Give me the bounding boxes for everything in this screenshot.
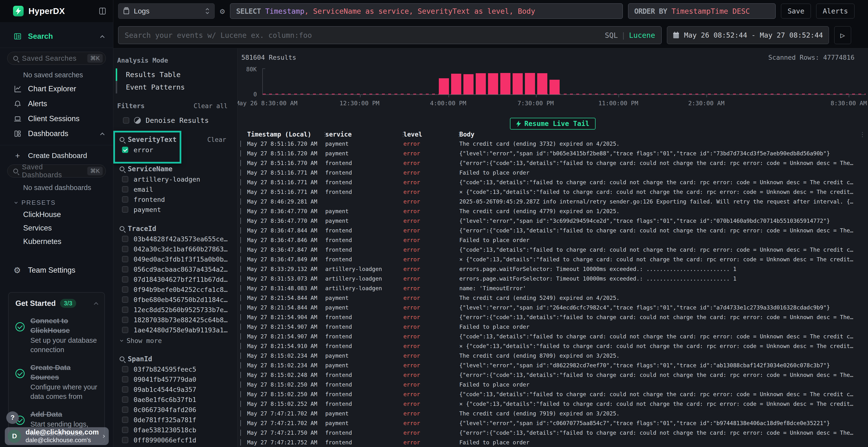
filter-value-row[interactable]: 18287038b73e882425c64b8…: [113, 315, 237, 325]
table-row[interactable]: May 27 8:15:02.252 AM frontend error × {…: [239, 399, 868, 409]
table-row[interactable]: May 27 8:36:47.844 AM frontend error {"e…: [239, 226, 868, 235]
row-expand-icon[interactable]: [240, 343, 241, 349]
row-expand-icon[interactable]: [240, 314, 241, 320]
row-expand-icon[interactable]: [240, 160, 241, 166]
filter-value-row[interactable]: 0ff8990066efcf1d: [113, 435, 237, 445]
get-started-step[interactable]: Create Data Sources Configure where your…: [16, 363, 98, 401]
table-row[interactable]: May 27 8:36:47.770 AM payment error The …: [239, 206, 868, 216]
search-icon[interactable]: [120, 166, 124, 171]
filter-value-row[interactable]: 0ae8e1f6c6b37fb1: [113, 394, 237, 405]
chevron-up-icon[interactable]: [100, 133, 104, 137]
row-expand-icon[interactable]: [240, 199, 241, 205]
filter-checkbox[interactable]: [122, 297, 128, 303]
filter-value-row[interactable]: 03f7b824595feec5: [113, 364, 237, 374]
table-row[interactable]: May 27 8:51:16.770 AM frontend error {"e…: [239, 158, 868, 168]
alerts-button[interactable]: Alerts: [816, 4, 855, 19]
run-query-play-button[interactable]: ▷: [834, 26, 851, 44]
sidebar-collapse-icon[interactable]: [98, 7, 107, 15]
analysis-mode-option[interactable]: Results Table: [116, 68, 237, 81]
row-expand-icon[interactable]: [240, 141, 241, 147]
col-header-body[interactable]: Body: [459, 131, 858, 138]
clear-all-button[interactable]: Clear all: [194, 102, 227, 110]
filter-value-row[interactable]: 0c0667304fafd206: [113, 405, 237, 415]
table-row[interactable]: May 27 8:21:54.907 AM frontend error Fai…: [239, 322, 868, 332]
lucene-search-input[interactable]: Search your events w/ Lucene ex. column:…: [118, 26, 661, 44]
filter-value-row[interactable]: 09ab1c4544c9a357: [113, 384, 237, 394]
row-expand-icon[interactable]: [240, 227, 241, 234]
row-expand-icon[interactable]: [240, 247, 241, 253]
preset-clickhouse[interactable]: ClickHouse: [0, 208, 113, 221]
table-row[interactable]: May 27 8:46:29.281 AM error 2025-05-26T0…: [239, 197, 868, 206]
date-range-picker[interactable]: May 26 08:52:44 - May 27 08:52:44: [667, 26, 829, 44]
filter-checkbox[interactable]: [122, 206, 128, 213]
chart-bar[interactable]: [550, 80, 560, 94]
denoise-results-toggle[interactable]: Denoise Results: [113, 113, 237, 127]
filter-value-row[interactable]: 11c67fe55c0d13fd: [113, 445, 237, 447]
col-header-level[interactable]: level: [403, 131, 459, 138]
search-icon[interactable]: [120, 137, 124, 142]
row-expand-icon[interactable]: [240, 304, 241, 311]
filter-checkbox[interactable]: [122, 417, 128, 423]
chevron-up-icon[interactable]: [100, 35, 104, 39]
saved-searches-input[interactable]: Saved Searches ⌘K: [7, 52, 106, 65]
row-expand-icon[interactable]: [240, 208, 241, 214]
get-started-step[interactable]: Connect to ClickHouse Set up your databa…: [16, 316, 98, 354]
chart-bar[interactable]: [513, 73, 523, 94]
table-row[interactable]: May 27 8:21:54.844 AM payment error The …: [239, 293, 868, 303]
resume-live-tail-button[interactable]: Resume Live Tail: [510, 118, 596, 130]
column-drag-icon[interactable]: ⋮: [859, 131, 866, 138]
row-expand-icon[interactable]: [240, 276, 241, 282]
chart-bar[interactable]: [439, 78, 449, 95]
table-row[interactable]: May 27 8:15:02.250 AM frontend error Fai…: [239, 380, 868, 389]
table-row[interactable]: May 27 8:21:54.907 AM frontend error {"c…: [239, 332, 868, 341]
chart-bar[interactable]: [500, 73, 510, 94]
filter-value-row[interactable]: 1ae42480d758e9ab91193a1…: [113, 325, 237, 335]
sidebar-item-chart-explorer[interactable]: Chart Explorer: [0, 81, 113, 96]
filter-value-row[interactable]: payment: [113, 204, 237, 215]
table-row[interactable]: May 27 8:33:29.132 AM artillery-loadgen …: [239, 264, 868, 274]
chart-bar[interactable]: [476, 73, 486, 94]
filter-value-row[interactable]: 0fbe680eb456750b2d1184c…: [113, 295, 237, 305]
column-drag-icon[interactable]: ⋮: [400, 131, 406, 138]
hyperdx-logo-icon[interactable]: [13, 6, 24, 16]
sidebar-item-search[interactable]: Search: [0, 29, 113, 44]
preset-services[interactable]: Services: [0, 221, 113, 235]
filter-checkbox[interactable]: [122, 286, 128, 293]
row-expand-icon[interactable]: [240, 362, 241, 369]
saved-dashboards-input[interactable]: Saved Dashboards ⌘K: [7, 165, 106, 177]
table-row[interactable]: May 27 8:31:53.073 AM artillery-loadgen …: [239, 274, 868, 283]
filter-checkbox[interactable]: [122, 327, 128, 333]
filter-checkbox[interactable]: [122, 276, 128, 282]
save-button[interactable]: Save: [781, 4, 811, 19]
row-expand-icon[interactable]: [240, 333, 241, 340]
filter-checkbox[interactable]: [122, 147, 128, 153]
filter-value-row[interactable]: email: [113, 184, 237, 194]
chart-bar[interactable]: [451, 74, 461, 94]
row-expand-icon[interactable]: [240, 266, 241, 272]
table-row[interactable]: May 27 8:21:54.910 AM frontend error × {…: [239, 341, 868, 351]
help-button[interactable]: ?: [6, 411, 19, 424]
row-expand-icon[interactable]: [240, 391, 241, 398]
filter-checkbox[interactable]: [122, 186, 128, 193]
chart-bar[interactable]: [488, 73, 498, 94]
row-expand-icon[interactable]: [240, 410, 241, 417]
table-row[interactable]: May 27 8:36:47.849 AM frontend error × {…: [239, 254, 868, 264]
filter-value-row[interactable]: artillery-loadgen: [113, 174, 237, 184]
filter-checkbox[interactable]: [122, 397, 128, 403]
filter-checkbox[interactable]: [122, 386, 128, 392]
row-expand-icon[interactable]: [240, 420, 241, 426]
row-expand-icon[interactable]: [240, 324, 241, 330]
filter-checkbox[interactable]: [122, 256, 128, 262]
filter-checkbox[interactable]: [122, 266, 128, 272]
row-expand-icon[interactable]: [240, 189, 241, 195]
table-row[interactable]: May 27 7:47:21.752 AM frontend error Fai…: [239, 438, 868, 447]
filter-checkbox[interactable]: [122, 246, 128, 252]
filter-value-row[interactable]: 07d184304627bf2f11b67dd…: [113, 274, 237, 284]
chart-bar[interactable]: [463, 74, 473, 94]
table-row[interactable]: May 27 8:15:02.234 AM payment error {"le…: [239, 360, 868, 370]
col-header-service[interactable]: service: [325, 131, 403, 138]
preset-kubernetes[interactable]: Kubernetes: [0, 235, 113, 248]
filter-checkbox[interactable]: [122, 437, 128, 443]
sidebar-item-dashboards[interactable]: Dashboards: [0, 126, 113, 141]
user-menu[interactable]: D dale@clickhouse.com dale@clickhouse.co…: [5, 427, 109, 445]
